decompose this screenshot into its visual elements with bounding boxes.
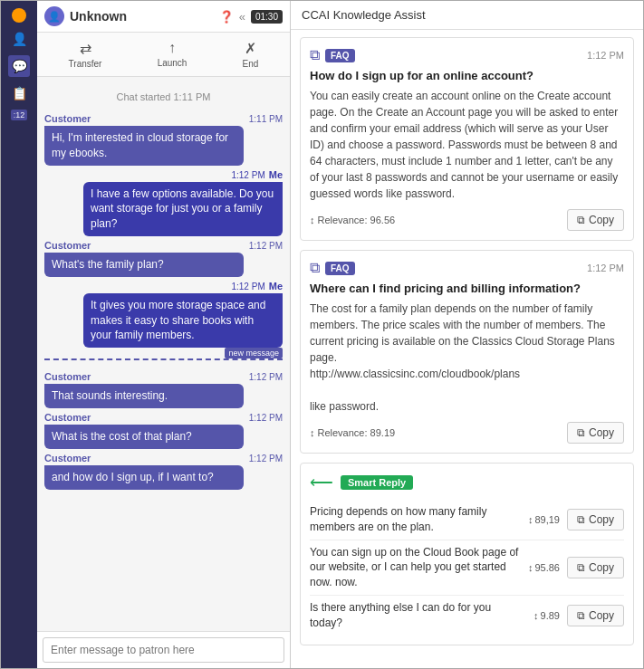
msg-time: 1:12 PM bbox=[249, 454, 283, 464]
copy-icon: ⧉ bbox=[577, 513, 585, 526]
status-dot bbox=[12, 8, 26, 23]
smart-reply-arrow-icon: ⟵ bbox=[310, 473, 333, 492]
msg-sender: Customer bbox=[44, 240, 91, 251]
card-1-answer: You can easily create an account online … bbox=[310, 88, 624, 202]
smart-reply-copy-2[interactable]: ⧉ Copy bbox=[567, 605, 624, 626]
card-1-header-row: ⧉ FAQ 1:12 PM bbox=[310, 47, 624, 63]
smart-reply-copy-1[interactable]: ⧉ Copy bbox=[567, 557, 624, 578]
smart-reply-item-2: Is there anything else I can do for you … bbox=[310, 596, 624, 636]
list-item: Customer 1:11 PM Hi, I'm interested in c… bbox=[44, 113, 283, 166]
card-2-relevance: ↕ Relevance: 89.19 bbox=[310, 427, 395, 438]
chat-panel: 👤 Unknown ❓ « 01:30 ⇄ Transfer ↑ Launch … bbox=[37, 1, 291, 668]
chat-header-actions: ❓ « 01:30 bbox=[219, 10, 283, 24]
chat-timer: 01:30 bbox=[251, 10, 283, 24]
smart-reply-score-1: ↕ 95.86 bbox=[528, 562, 560, 573]
score-icon-2: ↕ bbox=[533, 610, 539, 621]
list-item: Customer 1:12 PM What's the family plan? bbox=[44, 240, 283, 277]
card-2-answer: The cost for a family plan depends on th… bbox=[310, 301, 624, 415]
card-2-icon: ⧉ bbox=[310, 260, 320, 276]
smart-reply-score-2: ↕ 9.89 bbox=[533, 610, 560, 621]
app-container: 👤 💬 📋 :12 👤 Unknown ❓ « 01:30 ⇄ Transfer… bbox=[0, 0, 644, 669]
smart-reply-item-1: You can sign up on the Cloud Book page o… bbox=[310, 540, 624, 596]
transfer-button[interactable]: ⇄ Transfer bbox=[63, 38, 108, 71]
avatar: 👤 bbox=[44, 6, 64, 26]
chat-input[interactable] bbox=[43, 637, 284, 663]
card-2-question: Where can I find pricing and billing inf… bbox=[310, 282, 624, 295]
chat-started-text: Chat started 1:11 PM bbox=[44, 91, 283, 102]
sidebar-icon-user[interactable]: 👤 bbox=[8, 28, 30, 50]
card-2-copy-button[interactable]: ⧉ Copy bbox=[567, 422, 624, 444]
msg-time: 1:12 PM bbox=[231, 282, 264, 291]
card-1-faq-badge: FAQ bbox=[325, 49, 355, 62]
sidebar-icon-list[interactable]: 📋 bbox=[8, 82, 30, 104]
card-2-time: 1:12 PM bbox=[587, 263, 624, 273]
card-1-question: How do I sign up for an online account? bbox=[310, 69, 624, 82]
msg-bubble: Hi, I'm interested in cloud storage for … bbox=[44, 126, 244, 166]
copy-icon: ⧉ bbox=[577, 561, 585, 574]
chat-input-area bbox=[37, 631, 290, 668]
msg-sender: Customer bbox=[44, 412, 91, 423]
smart-reply-copy-0[interactable]: ⧉ Copy bbox=[567, 509, 624, 530]
list-item: Customer 1:12 PM What is the cost of tha… bbox=[44, 412, 283, 449]
transfer-icon: ⇄ bbox=[80, 40, 91, 57]
smart-reply-score-0: ↕ 89,19 bbox=[528, 514, 560, 525]
msg-time: 1:12 PM bbox=[231, 170, 264, 180]
copy-icon: ⧉ bbox=[577, 609, 585, 622]
smart-reply-item-0: Pricing depends on how many family membe… bbox=[310, 500, 624, 540]
knowledge-card-1: ⧉ FAQ 1:12 PM How do I sign up for an on… bbox=[300, 37, 634, 241]
chat-messages: Chat started 1:11 PM Customer 1:11 PM Hi… bbox=[37, 77, 290, 631]
card-1-relevance: ↕ Relevance: 96.56 bbox=[310, 215, 395, 225]
help-icon[interactable]: ❓ bbox=[219, 10, 234, 24]
card-2-header-left: ⧉ FAQ bbox=[310, 260, 355, 276]
list-item: 1:12 PM Me I have a few options availabl… bbox=[83, 169, 283, 236]
transfer-label: Transfer bbox=[69, 59, 102, 69]
list-item: Customer 1:12 PM and how do I sign up, i… bbox=[44, 453, 283, 490]
card-1-time: 1:12 PM bbox=[587, 50, 624, 61]
launch-icon: ↑ bbox=[168, 40, 176, 56]
msg-time: 1:12 PM bbox=[249, 413, 283, 423]
smart-reply-section: ⟵ Smart Reply Pricing depends on how man… bbox=[300, 463, 634, 645]
smart-reply-header: ⟵ Smart Reply bbox=[310, 473, 624, 492]
msg-bubble: That sounds interesting. bbox=[44, 384, 244, 408]
sidebar-badge: :12 bbox=[11, 110, 28, 120]
card-1-icon: ⧉ bbox=[310, 47, 320, 63]
smart-reply-text-1: You can sign up on the Cloud Book page o… bbox=[310, 545, 521, 590]
knowledge-card-2: ⧉ FAQ 1:12 PM Where can I find pricing a… bbox=[300, 250, 634, 454]
smart-reply-text-2: Is there anything else I can do for you … bbox=[310, 600, 526, 631]
launch-button[interactable]: ↑ Launch bbox=[152, 38, 193, 71]
sidebar: 👤 💬 📋 :12 bbox=[1, 1, 37, 668]
relevance-icon: ↕ bbox=[310, 215, 315, 225]
end-button[interactable]: ✗ End bbox=[237, 38, 264, 71]
msg-sender: Customer bbox=[44, 371, 91, 382]
msg-bubble: It gives you more storage space and make… bbox=[83, 293, 283, 348]
card-2-footer: ↕ Relevance: 89.19 ⧉ Copy bbox=[310, 422, 624, 444]
score-icon-1: ↕ bbox=[528, 562, 533, 573]
card-1-copy-button[interactable]: ⧉ Copy bbox=[567, 209, 624, 231]
relevance-icon: ↕ bbox=[310, 427, 315, 438]
msg-sender: Me bbox=[269, 281, 283, 291]
msg-time: 1:12 PM bbox=[249, 372, 283, 382]
msg-sender: Customer bbox=[44, 453, 91, 464]
end-label: End bbox=[243, 59, 259, 69]
smart-reply-text-0: Pricing depends on how many family membe… bbox=[310, 504, 521, 535]
smart-reply-badge: Smart Reply bbox=[341, 475, 413, 490]
launch-label: Launch bbox=[158, 58, 187, 68]
copy-icon: ⧉ bbox=[577, 214, 585, 226]
card-2-faq-badge: FAQ bbox=[325, 262, 355, 275]
end-icon: ✗ bbox=[245, 40, 256, 57]
msg-bubble: I have a few options available. Do you w… bbox=[83, 182, 283, 236]
chat-header: 👤 Unknown ❓ « 01:30 bbox=[37, 1, 290, 33]
msg-sender: Me bbox=[269, 169, 283, 180]
msg-time: 1:12 PM bbox=[249, 241, 283, 251]
card-1-footer: ↕ Relevance: 96.56 ⧉ Copy bbox=[310, 209, 624, 231]
collapse-icon[interactable]: « bbox=[239, 10, 245, 24]
msg-bubble: and how do I sign up, if I want to? bbox=[44, 465, 244, 490]
card-2-header-row: ⧉ FAQ 1:12 PM bbox=[310, 260, 624, 276]
msg-bubble: What's the family plan? bbox=[44, 253, 244, 277]
sidebar-icon-chat[interactable]: 💬 bbox=[8, 55, 30, 77]
right-content: ⧉ FAQ 1:12 PM How do I sign up for an on… bbox=[291, 30, 643, 668]
new-message-label: new message bbox=[225, 348, 283, 358]
card-1-header-left: ⧉ FAQ bbox=[310, 47, 355, 63]
new-message-divider: new message bbox=[44, 355, 283, 364]
copy-icon: ⧉ bbox=[577, 426, 585, 439]
